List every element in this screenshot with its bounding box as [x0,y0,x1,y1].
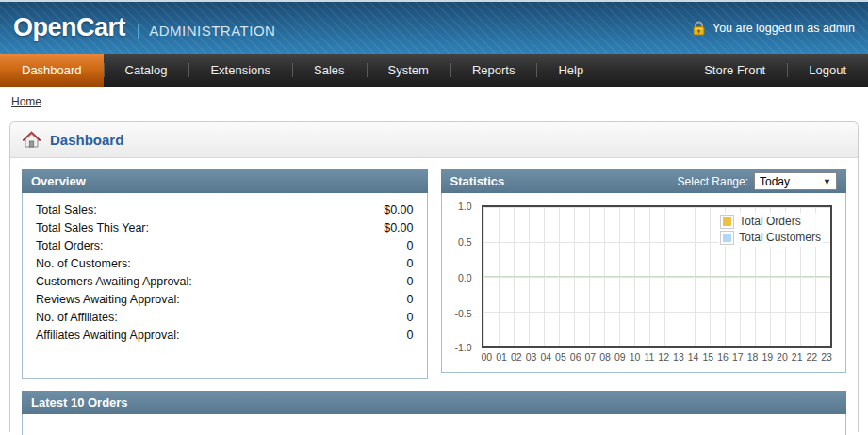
chart-x-axis: 00 01 02 03 04 05 06 07 08 09 10 11 [482,351,833,362]
overview-row: Total Orders: 0 [36,237,414,255]
app-header: OpenCart | ADMINISTRATION You are logged… [0,0,868,54]
page-title: Dashboard [50,132,123,148]
x-tick: 14 [688,351,699,362]
x-tick: 06 [570,351,581,362]
overview-row: Reviews Awaiting Approval: 0 [36,291,414,309]
x-tick: 18 [747,351,759,362]
x-tick: 17 [732,351,744,362]
overview-row: No. of Affiliates: 0 [36,309,414,327]
total-orders-swatch [720,215,734,229]
overview-row: Customers Awaiting Approval: 0 [36,273,414,291]
dashboard-box: Dashboard Overview Total Sales: $0.00 To… [9,121,859,432]
x-tick: 16 [717,351,729,362]
x-tick: 20 [777,351,788,362]
x-tick: 03 [526,351,537,362]
legend-item: Total Orders [720,214,821,230]
overview-row: No. of Customers: 0 [36,255,414,273]
x-tick: 01 [496,351,507,362]
overview-panel-heading: Overview [22,169,428,193]
nav-item-catalog[interactable]: Catalog [104,54,189,87]
y-tick: -0.5 [444,308,472,319]
x-tick: 09 [614,351,626,362]
x-tick: 08 [599,351,611,362]
overview-value: 0 [407,273,414,291]
statistics-panel-heading: Statistics Select Range: Today ▼ [441,169,847,193]
overview-label: Total Orders: [36,237,104,255]
latest-orders-heading: Latest 10 Orders [22,391,846,414]
legend-label: Total Customers [739,230,821,246]
legend-label: Total Orders [739,214,800,230]
login-status-text: You are logged in as admin [712,22,855,35]
x-tick: 02 [511,351,522,362]
y-tick: 0.0 [444,272,472,283]
statistics-body: 1.0 0.5 0.0 -0.5 -1.0 [441,193,847,373]
x-tick: 23 [821,351,832,362]
overview-label: Affiliates Awaiting Approval: [36,327,179,345]
overview-row: Affiliates Awaiting Approval: 0 [36,327,414,345]
overview-value: 0 [407,327,414,345]
chart-plot: Total Orders Total Customers [482,205,833,348]
y-tick: 1.0 [444,201,472,212]
latest-orders-panel: Latest 10 Orders [22,391,846,435]
dashboard-content: Overview Total Sales: $0.00 Total Sales … [10,158,858,435]
x-tick: 11 [644,351,654,362]
zero-gridline [483,276,831,277]
overview-label: No. of Affiliates: [36,309,118,327]
x-tick: 19 [762,351,773,362]
nav-left: Dashboard Catalog Extensions Sales Syste… [0,54,605,87]
select-range-label: Select Range: [678,175,748,188]
overview-label: Total Sales This Year: [36,219,149,237]
overview-label: Customers Awaiting Approval: [36,273,192,291]
nav-item-dashboard[interactable]: Dashboard [0,54,104,87]
login-status: You are logged in as admin [692,21,855,36]
overview-row: Total Sales This Year: $0.00 [36,219,414,237]
main-nav: Dashboard Catalog Extensions Sales Syste… [0,54,868,87]
nav-item-store-front[interactable]: Store Front [682,54,787,87]
x-tick: 04 [540,351,551,362]
x-tick: 05 [555,351,566,362]
logo-separator: | [137,23,140,40]
page-heading: Dashboard [10,122,858,158]
nav-item-sales[interactable]: Sales [292,54,367,87]
chart: 1.0 0.5 0.0 -0.5 -1.0 [482,205,833,362]
nav-right: Store Front Logout [682,54,868,87]
nav-item-extensions[interactable]: Extensions [188,54,292,87]
x-tick: 15 [703,351,714,362]
overview-title: Overview [31,174,86,188]
nav-item-system[interactable]: System [367,54,450,87]
breadcrumb: Home [0,87,868,118]
x-tick: 13 [673,351,684,362]
chart-legend: Total Orders Total Customers [718,213,823,247]
range-select[interactable]: Today ▼ [754,172,837,190]
overview-label: Reviews Awaiting Approval: [36,291,180,309]
chart-plot-area: 1.0 0.5 0.0 -0.5 -1.0 [482,205,833,348]
overview-value: $0.00 [384,219,413,237]
overview-value: $0.00 [384,201,413,219]
x-tick: 22 [807,351,818,362]
statistics-panel: Statistics Select Range: Today ▼ 1.0 [441,169,847,379]
brand: OpenCart | ADMINISTRATION [13,13,275,42]
overview-label: Total Sales: [36,201,97,219]
overview-value: 0 [407,255,414,273]
total-customers-swatch [720,231,734,245]
chart-y-axis: 1.0 0.5 0.0 -0.5 -1.0 [448,205,476,348]
statistics-title: Statistics [450,174,505,188]
latest-orders-title: Latest 10 Orders [31,395,128,410]
lock-icon [692,21,706,36]
x-tick: 00 [482,351,493,362]
x-tick: 07 [585,351,597,362]
overview-body: Total Sales: $0.00 Total Sales This Year… [22,193,428,379]
x-tick: 10 [630,351,641,362]
range-control: Select Range: Today ▼ [678,172,837,190]
overview-label: No. of Customers: [36,255,131,273]
overview-value: 0 [407,237,414,255]
x-tick: 12 [658,351,669,362]
nav-item-help[interactable]: Help [536,54,605,87]
overview-row: Total Sales: $0.00 [36,201,414,219]
breadcrumb-home-link[interactable]: Home [11,95,41,108]
latest-orders-body [22,414,846,435]
overview-value: 0 [407,309,414,327]
app-logo: OpenCart [13,13,125,42]
nav-item-logout[interactable]: Logout [787,54,868,87]
nav-item-reports[interactable]: Reports [450,54,537,87]
